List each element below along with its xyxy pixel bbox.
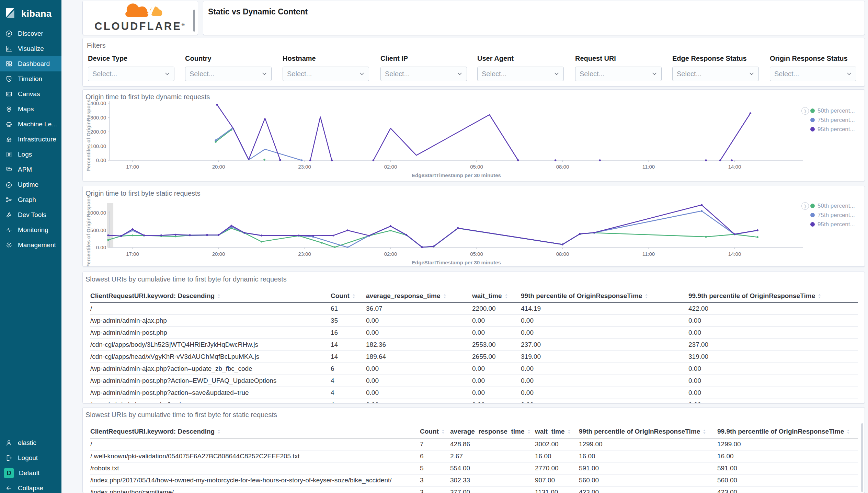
filter-select-country[interactable]: Select...: [185, 67, 272, 81]
legend-item-50th-percent[interactable]: ❯50th percent...: [810, 201, 865, 210]
value-cell: 14: [331, 351, 366, 363]
value-cell: 6: [331, 363, 366, 375]
legend-toggle-icon[interactable]: ❯: [801, 107, 809, 115]
value-cell: 3002.00: [535, 438, 579, 450]
value-cell: 0.00: [366, 327, 472, 339]
legend-toggle-icon[interactable]: ❯: [801, 202, 809, 210]
sidebar-item-logs[interactable]: Logs: [0, 147, 61, 162]
sidebar-item-uptime[interactable]: Uptime: [0, 177, 61, 192]
column-header-99th-percentile-of-originresponsetime[interactable]: 99th percentile of OriginResponseTime: [579, 425, 717, 438]
value-cell: 1299.00: [717, 438, 858, 450]
sidebar-item-machine-le[interactable]: Machine Le...: [0, 117, 61, 132]
sidebar-item-label: APM: [18, 166, 32, 173]
table-row: /wp-admin/admin-post.php?action=...40.00…: [90, 399, 858, 404]
filter-select-edge-response-status[interactable]: Select...: [672, 67, 759, 81]
column-header-99-9th-percentile-of-originresponsetime[interactable]: 99.9th percentile of OriginResponseTime: [717, 425, 858, 438]
column-header-count[interactable]: Count: [420, 425, 450, 438]
table-row: /wp-admin/admin-post.php?Action=EWD_UFAQ…: [90, 375, 858, 387]
legend-item-75th-percent[interactable]: 75th percent...: [810, 210, 865, 220]
panel-scrollbar[interactable]: [193, 10, 195, 32]
legend-item-95th-percent[interactable]: 95th percent...: [810, 125, 865, 134]
sidebar-item-graph[interactable]: Graph: [0, 192, 61, 207]
sidebar-footer-item-collapse[interactable]: Collapse: [0, 481, 61, 493]
legend-color-dot: [810, 204, 815, 208]
sidebar-item-timelion[interactable]: Timelion: [0, 71, 61, 87]
sidebar-item-dev-tools[interactable]: Dev Tools: [0, 207, 61, 222]
value-cell: 0.00: [472, 315, 521, 327]
filter-label: Country: [185, 55, 272, 62]
filter-select-user-agent[interactable]: Select...: [477, 67, 564, 81]
value-cell: 0.00: [366, 399, 472, 404]
value-cell: 302.33: [450, 474, 535, 486]
sidebar-item-canvas[interactable]: Canvas: [0, 87, 61, 102]
kibana-logo[interactable]: kibana: [0, 0, 61, 26]
legend-label: 75th percent...: [818, 117, 855, 124]
sidebar-item-label: Infrastructure: [18, 136, 56, 143]
sidebar-item-infrastructure[interactable]: Infrastructure: [0, 132, 61, 147]
sort-icon: [443, 294, 447, 298]
sidebar-item-apm[interactable]: APM: [0, 162, 61, 177]
column-header-count[interactable]: Count: [331, 290, 366, 302]
column-header-99-9th-percentile-of-originresponsetime[interactable]: 99.9th percentile of OriginResponseTime: [688, 290, 858, 302]
x-tick-label: 11:00: [642, 164, 655, 170]
sidebar-footer-item-logout[interactable]: Logout: [0, 450, 61, 466]
table-row: /7428.863002.001299.001299.00: [90, 438, 858, 450]
legend-label: 50th percent...: [818, 203, 855, 209]
filter-edge-response-status: Edge Response StatusSelect...: [672, 55, 759, 81]
uri-cell: /wp-admin/admin-ajax.php: [90, 315, 331, 327]
filter-select-device-type[interactable]: Select...: [88, 67, 174, 81]
map-pin-icon: [5, 105, 13, 113]
legend-color-dot: [810, 222, 815, 227]
filter-country: CountrySelect...: [185, 55, 272, 81]
value-cell: 3: [420, 474, 450, 486]
column-header-99th-percentile-of-originresponsetime[interactable]: 99th percentile of OriginResponseTime: [521, 290, 688, 302]
chevron-down-icon: [359, 71, 365, 77]
value-cell: 16.00: [535, 450, 579, 462]
value-cell: 423.00: [717, 486, 858, 493]
legend-item-50th-percent[interactable]: ❯50th percent...: [810, 106, 865, 115]
series-point: [599, 159, 601, 161]
column-header-average-response-time[interactable]: average_response_time: [450, 425, 535, 438]
filter-select-client-ip[interactable]: Select...: [380, 67, 467, 81]
value-cell: 0.00: [366, 315, 472, 327]
sidebar-item-label: Logout: [18, 454, 38, 462]
column-header-clientrequesturi-keyword-descending[interactable]: ClientRequestURI.keyword: Descending: [90, 425, 420, 438]
sidebar-item-management[interactable]: Management: [0, 238, 61, 253]
x-tick-label: 14:00: [728, 164, 741, 170]
flag-blocks-icon: [5, 166, 13, 173]
dashboard-icon: [5, 60, 13, 68]
page-title: Static vs Dynamic Content: [208, 7, 308, 16]
legend-item-95th-percent[interactable]: 95th percent...: [810, 220, 865, 229]
uri-cell: /.well-known/pki-validation/054075F6A27B…: [90, 450, 420, 462]
series-point: [263, 159, 265, 161]
sidebar-item-discover[interactable]: Discover: [0, 26, 61, 41]
filter-select-hostname[interactable]: Select...: [283, 67, 369, 81]
value-cell: 0.00: [688, 387, 858, 399]
legend-item-75th-percent[interactable]: 75th percent...: [810, 115, 865, 125]
column-header-average-response-time[interactable]: average_response_time: [366, 290, 472, 302]
sidebar-footer-item-default[interactable]: DDefault: [0, 466, 61, 481]
sort-icon: [217, 429, 221, 434]
cloud-server-icon: [5, 136, 13, 143]
table-scrollbar[interactable]: [861, 423, 863, 492]
column-header-wait-time[interactable]: wait_time: [472, 290, 521, 302]
value-cell: 423.00: [579, 486, 717, 493]
filter-select-origin-response-status[interactable]: Select...: [770, 67, 856, 81]
sort-icon: [217, 294, 221, 298]
chevron-down-icon: [749, 71, 754, 77]
sidebar-footer-item-elastic[interactable]: elastic: [0, 435, 61, 450]
column-header-clientrequesturi-keyword-descending[interactable]: ClientRequestURI.keyword: Descending: [90, 290, 331, 302]
sidebar-item-maps[interactable]: Maps: [0, 102, 61, 117]
sidebar-item-dashboard[interactable]: Dashboard: [0, 56, 61, 71]
filter-device-type: Device TypeSelect...: [88, 55, 174, 81]
arrow-left-icon: [5, 484, 13, 492]
filter-label: Client IP: [380, 55, 467, 62]
filter-select-request-uri[interactable]: Select...: [575, 67, 662, 81]
x-tick-label: 17:00: [126, 251, 139, 257]
chevron-down-icon: [457, 71, 462, 77]
node-graph-icon: [5, 196, 13, 204]
value-cell: 0.00: [688, 363, 858, 375]
column-header-wait-time[interactable]: wait_time: [535, 425, 579, 438]
sidebar-item-monitoring[interactable]: Monitoring: [0, 222, 61, 238]
sidebar-item-visualize[interactable]: Visualize: [0, 41, 61, 56]
